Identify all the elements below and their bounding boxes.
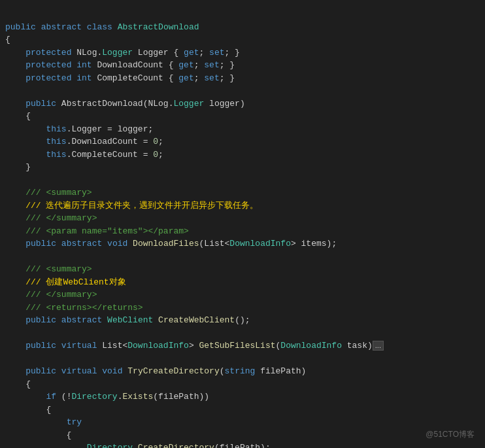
code-editor: public abstract class AbstractDownload {… (0, 5, 485, 448)
watermark: @51CTO博客 (426, 429, 475, 440)
ellipsis-button[interactable]: ... (373, 341, 384, 351)
